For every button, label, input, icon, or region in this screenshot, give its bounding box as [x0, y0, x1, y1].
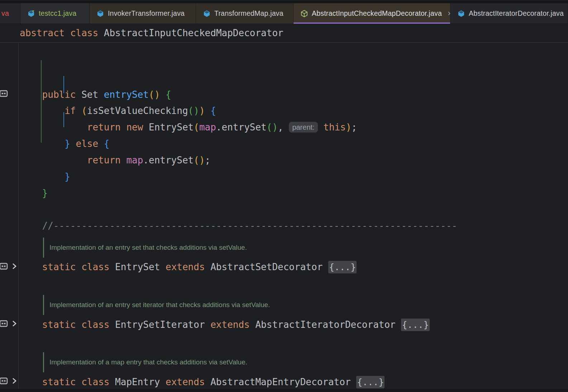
code-token: { [210, 105, 216, 116]
code-token [318, 122, 324, 133]
editor-tab-bar: vatestcc1.javaInvokerTransformer.javaTra… [0, 3, 568, 24]
gutter-marker-icon[interactable] [0, 90, 8, 99]
sticky-keywords: abstract class [20, 28, 104, 38]
code-token: EntrySet [149, 122, 194, 133]
code-token: MapEntry [115, 377, 166, 387]
fold-collapsed-chevron-icon[interactable] [11, 377, 18, 386]
gutter-marker-icon[interactable] [0, 263, 8, 271]
tab-abstractiteratordecorator-java[interactable]: AbstractIteratorDecorator.java [450, 3, 568, 24]
tab-testcc1-java[interactable]: testcc1.java [20, 3, 90, 24]
code-token: map [126, 155, 143, 166]
code-line[interactable]: return new EntrySet(map.entrySet(), pare… [87, 119, 357, 135]
folded-region[interactable]: {...} [356, 376, 385, 388]
code-line[interactable]: static class MapEntry extends AbstractMa… [42, 374, 385, 390]
window-top-strip [0, 0, 568, 3]
code-token: EntrySet [115, 262, 166, 272]
gutter-marker-icon[interactable] [0, 377, 8, 386]
tab-label: testcc1.java [39, 9, 76, 18]
code-line[interactable]: static class EntrySet extends AbstractSe… [42, 259, 357, 275]
gutter-row [0, 90, 18, 98]
ide-window: vatestcc1.javaInvokerTransformer.javaTra… [0, 0, 568, 392]
code-token: ; [205, 155, 211, 166]
doc-comment: Implementation of a map entry that check… [43, 352, 247, 372]
code-token: entrySet [104, 89, 149, 100]
tab-label: TransformedMap.java [214, 9, 283, 18]
tab-va[interactable]: va [0, 3, 20, 24]
gutter-row [0, 263, 18, 271]
code-token [160, 89, 166, 100]
gutter-marker-icon[interactable] [0, 320, 8, 329]
code-line[interactable]: return map.entrySet(); [87, 152, 210, 168]
code-token: , [278, 122, 289, 133]
code-token: .entrySet [216, 122, 267, 133]
class-icon [458, 10, 465, 17]
code-token: AbstractIteratorDecorator [255, 319, 401, 330]
code-token: () [188, 105, 199, 116]
code-token: if [65, 105, 81, 116]
code-line[interactable]: //--------------------------------------… [42, 217, 457, 234]
code-token: { [104, 138, 110, 149]
code-token: static [42, 377, 82, 387]
folded-region[interactable]: {...} [328, 261, 357, 273]
active-tab-underline [293, 23, 450, 24]
code-token: } [42, 188, 48, 199]
class-icon [97, 10, 104, 17]
doc-comment-text: Implementation of an entry set iterator … [49, 301, 270, 309]
code-token: map [199, 122, 216, 133]
code-editor[interactable]: public Set entrySet() {if (isSetValueChe… [0, 43, 568, 392]
code-token: class [81, 377, 115, 387]
gutter-row [0, 378, 18, 386]
indent-guide [41, 60, 42, 143]
code-token: () [194, 155, 205, 166]
code-line[interactable]: public Set entrySet() { [42, 86, 171, 103]
tab-label: va [1, 9, 9, 18]
doc-comment-text: Implementation of an entry set that chec… [49, 244, 247, 252]
code-token: { [166, 89, 171, 100]
gutter-separator [18, 43, 19, 389]
code-token [205, 105, 211, 116]
code-token: isSetValueChecking [87, 105, 188, 116]
doc-comment: Implementation of an entry set iterator … [43, 295, 270, 315]
code-token: ) [199, 105, 205, 116]
code-line[interactable]: } [65, 168, 70, 185]
code-token: new [126, 122, 149, 133]
tab-transformedmap-java[interactable]: TransformedMap.java [196, 3, 293, 24]
tab-invokertransformer-java[interactable]: InvokerTransformer.java [90, 3, 196, 24]
code-token: extends [166, 262, 210, 272]
code-token: AbstractSetDecorator [210, 262, 328, 272]
code-token: class [81, 319, 115, 330]
gutter-row [0, 320, 18, 328]
code-token: EntrySetIterator [115, 319, 210, 330]
code-token: ( [81, 105, 87, 116]
code-line[interactable]: if (isSetValueChecking()) { [65, 102, 216, 119]
class-icon [203, 10, 210, 17]
code-token: } [65, 138, 76, 149]
code-token: Set [81, 89, 104, 100]
code-line[interactable]: static class EntrySetIterator extends Ab… [42, 316, 430, 333]
tab-abstractinputcheckedmapdecorator-java[interactable]: AbstractInputCheckedMapDecorator.java× [293, 3, 450, 24]
sticky-scroll-header[interactable]: abstract class AbstractInputCheckedMapDe… [0, 24, 568, 43]
tab-label: AbstractInputCheckedMapDecorator.java [312, 9, 442, 18]
indent-guide [63, 112, 64, 127]
doc-comment-bar [43, 295, 44, 315]
fold-collapsed-chevron-icon[interactable] [11, 320, 18, 329]
tab-close-icon[interactable]: × [448, 10, 450, 17]
fold-collapsed-chevron-icon[interactable] [11, 262, 18, 272]
code-line[interactable]: } else { [65, 135, 109, 152]
code-token: static [42, 319, 82, 330]
doc-comment: Implementation of an entry set that chec… [43, 238, 247, 258]
code-token: extends [210, 319, 255, 330]
code-token: return [87, 155, 127, 166]
code-token: AbstractMapEntryDecorator [210, 377, 356, 387]
code-token: .entrySet [143, 155, 194, 166]
code-token: //--------------------------------------… [42, 220, 457, 231]
doc-comment-bar [43, 352, 44, 372]
folded-region[interactable]: {...} [401, 319, 429, 331]
code-token: () [267, 122, 278, 133]
code-token: static [42, 262, 82, 272]
code-line[interactable]: } [42, 185, 48, 201]
parameter-name-hint: parent: [289, 122, 318, 133]
code-token: () [149, 89, 160, 100]
code-token: ) [346, 122, 352, 133]
code-token: class [81, 262, 115, 272]
